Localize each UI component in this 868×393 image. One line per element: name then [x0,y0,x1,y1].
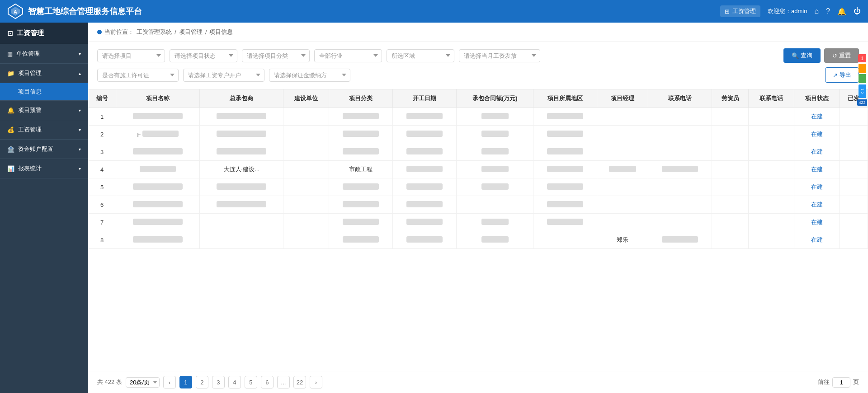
sidebar-unit-label: 单位管理 [16,50,40,58]
col-status: 项目状态 [794,89,839,108]
cell-category [329,126,392,143]
cell-status: 在建 [794,126,839,143]
sidebar-item-unit[interactable]: ▦ 单位管理 ▾ [0,44,88,64]
cell-phone1 [648,143,712,161]
page-2-button[interactable]: 2 [196,376,208,388]
cell-region [533,178,597,196]
cell-region [533,143,597,161]
cell-region [533,231,597,249]
table-row: 3 在建 [88,143,868,161]
page-size-select[interactable]: 20条/页 [126,377,160,388]
cell-category: 市政工程 [329,161,392,178]
sidebar-item-report[interactable]: 📊 报表统计 ▾ [0,159,88,178]
page-22-button[interactable]: 22 [293,376,306,388]
cell-contractor [200,231,283,249]
pagination: 共 422 条 20条/页 ‹ 1 2 3 4 5 6 ... 22 › 前往 … [88,371,868,393]
breadcrumb: 当前位置： 工资管理系统 / 项目管理 / 项目信息 [88,23,868,42]
help-icon[interactable]: ? [826,7,830,15]
sidebar-item-account[interactable]: 🏦 资金账户配置 ▾ [0,140,88,159]
cell-region [533,196,597,214]
breadcrumb-system: 工资管理系统 [137,28,172,36]
chevron-project-icon: ▴ [79,71,81,76]
breadcrumb-label: 当前位置： [104,28,134,36]
cell-name [116,108,200,126]
industry-select[interactable]: 全部行业 [314,49,382,62]
filter-row-1: 请选择项目 请选择项目状态 请选择项目分类 全部行业 所选区域 请选择当月工资发… [97,48,859,63]
page-ellipsis-button[interactable]: ... [277,376,290,388]
cell-phone2 [749,178,794,196]
cell-builder [283,214,329,231]
cell-status: 在建 [794,143,839,161]
status-select[interactable]: 请选择项目状态 [170,49,237,62]
cell-phone2 [749,108,794,126]
table-row: 5 在建 [88,178,868,196]
module-switcher[interactable]: ⊞ 工资管理 [720,5,760,17]
col-contractor: 总承包商 [200,89,283,108]
reset-button[interactable]: ↺ 重置 [824,48,859,63]
breadcrumb-project-info: 项目信息 [209,28,233,36]
reset-label: 重置 [839,51,851,60]
wage-account-select[interactable]: 请选择工资专户开户 [183,69,264,82]
category-select[interactable]: 请选择项目分类 [242,49,310,62]
cell-phone2 [749,231,794,249]
total-count: 共 422 条 [97,378,122,386]
chevron-icon: ▾ [79,51,81,56]
project-icon: 📁 [7,70,14,77]
cell-laborer [712,161,749,178]
grid-icon: ⊞ [725,8,730,15]
cell-phone1 [648,178,712,196]
notif-badge-1[interactable]: 1 [858,54,866,62]
cell-builder [283,231,329,249]
next-page-button[interactable]: › [310,376,322,388]
sidebar-project-label: 项目管理 [18,69,42,77]
power-icon[interactable]: ⏻ [854,7,861,15]
project-select[interactable]: 请选择项目 [97,49,165,62]
cell-amount [457,178,533,196]
cell-region [533,214,597,231]
page-3-button[interactable]: 3 [212,376,225,388]
app-title: 智慧工地综合管理服务信息平台 [28,6,142,17]
page-6-button[interactable]: 6 [261,376,274,388]
query-button[interactable]: 🔍 查询 [783,48,821,63]
bond-select[interactable]: 请选择保证金缴纳方 [269,69,350,82]
col-region: 项目所属地区 [533,89,597,108]
salary-select[interactable]: 请选择当月工资发放 [459,49,540,62]
goto-input[interactable] [832,377,850,388]
sub-project-info-label: 项目信息 [18,88,42,95]
sidebar-item-wage[interactable]: 💰 工资管理 ▾ [0,120,88,140]
svg-text:A: A [14,9,17,14]
table-body: 1 在建 [88,108,868,249]
cell-builder [283,161,329,178]
page-4-button[interactable]: 4 [228,376,241,388]
prev-page-button[interactable]: ‹ [163,376,176,388]
search-icon: 🔍 [792,52,799,59]
permit-select[interactable]: 是否有施工许可证 [97,69,179,82]
area-select[interactable]: 所选区域 [387,49,454,62]
cell-paid [840,108,868,126]
sidebar-sub-project-info[interactable]: 项目信息 [0,83,88,101]
notif-bar-green [859,74,866,83]
table-scroll[interactable]: 编号 项目名称 总承包商 建设单位 项目分类 开工日期 承包合同额(万元) 项目… [88,89,868,371]
col-name: 项目名称 [116,89,200,108]
cell-phone1 [648,231,712,249]
chevron-wage-icon: ▾ [79,127,81,132]
bell-icon[interactable]: 🔔 [837,7,846,16]
cell-phone2 [749,161,794,178]
account-icon: 🏦 [7,146,14,153]
export-button[interactable]: ↗ 导出 [825,67,859,83]
sidebar-item-project[interactable]: 📁 项目管理 ▴ [0,64,88,83]
cell-phone2 [749,214,794,231]
cell-manager [597,178,648,196]
cell-status: 在建 [794,108,839,126]
page-5-button[interactable]: 5 [245,376,257,388]
cell-contractor [200,214,283,231]
cell-category [329,196,392,214]
cell-manager [597,108,648,126]
notif-count: 422 [857,99,867,106]
cell-region [533,126,597,143]
page-1-button[interactable]: 1 [179,376,192,388]
sidebar-item-warning[interactable]: 🔔 项目预警 ▾ [0,101,88,120]
cell-start [392,196,456,214]
home-icon[interactable]: ⌂ [814,7,819,15]
cell-builder [283,178,329,196]
